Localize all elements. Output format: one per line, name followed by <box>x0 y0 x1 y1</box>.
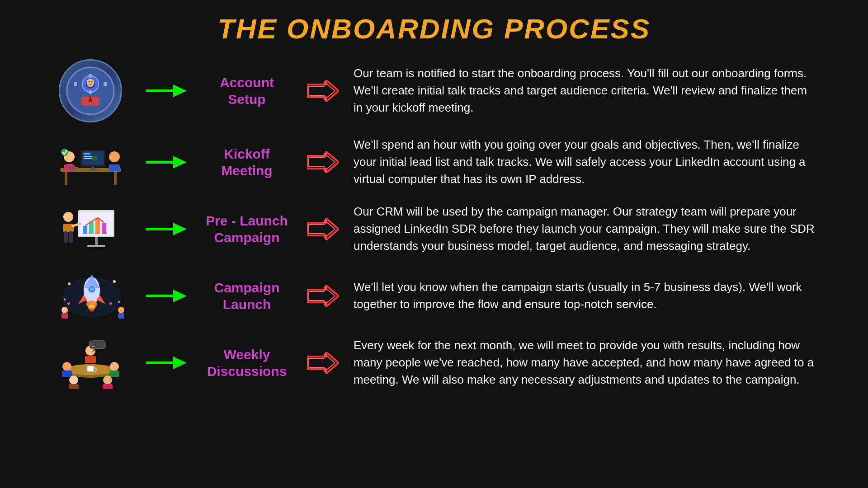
svg-point-12 <box>91 81 93 83</box>
svg-rect-18 <box>65 172 67 185</box>
svg-marker-35 <box>173 156 187 169</box>
red-arrow-icon-3 <box>307 218 339 240</box>
svg-point-83 <box>62 362 71 371</box>
svg-rect-88 <box>69 384 79 389</box>
svg-rect-70 <box>61 313 68 319</box>
green-arrow-icon-5 <box>146 353 187 373</box>
svg-rect-41 <box>89 221 94 234</box>
svg-rect-50 <box>87 245 105 247</box>
svg-point-71 <box>118 307 124 313</box>
svg-point-31 <box>109 151 120 162</box>
red-arrow-3 <box>300 218 345 240</box>
svg-point-44 <box>63 212 73 222</box>
icon-account-setup <box>59 59 122 122</box>
svg-rect-48 <box>69 231 73 243</box>
icon-pre-launch <box>56 202 126 256</box>
campaign-launch-illustration: ♥ ♥ <box>56 270 126 322</box>
svg-rect-84 <box>62 371 72 377</box>
red-arrow-icon-5 <box>307 352 339 374</box>
step-label-account-setup: Account Setup <box>202 74 292 108</box>
svg-rect-82 <box>85 356 96 363</box>
svg-rect-32 <box>109 164 120 171</box>
svg-marker-96 <box>173 357 187 369</box>
svg-text:♥: ♥ <box>109 300 112 307</box>
svg-marker-52 <box>173 223 187 235</box>
step-label-kickoff-meeting: Kickoff Meeting <box>202 145 292 179</box>
svg-point-64 <box>90 308 94 312</box>
svg-rect-27 <box>88 169 98 171</box>
weekly-discussions-illustration: ... <box>56 337 126 389</box>
icon-area-account-setup <box>50 59 131 122</box>
red-arrow-4 <box>300 285 345 307</box>
svg-rect-3 <box>89 74 92 78</box>
green-arrow-4 <box>139 286 193 306</box>
svg-rect-86 <box>109 371 119 377</box>
red-arrow-icon-4 <box>307 285 339 307</box>
svg-marker-15 <box>307 80 339 102</box>
svg-rect-19 <box>114 172 117 185</box>
description-pre-launch: Our CRM will be used by the campaign man… <box>354 203 818 254</box>
process-row-kickoff-meeting: Kickoff Meeting We'll spend an hour with… <box>50 129 818 196</box>
red-arrow-2 <box>300 151 345 173</box>
process-list: Account Setup Our team is notified to st… <box>50 53 818 396</box>
svg-point-68 <box>118 301 120 303</box>
svg-marker-53 <box>307 218 339 240</box>
description-account-setup: Our team is notified to start the onboar… <box>354 65 818 116</box>
svg-point-67 <box>64 299 66 300</box>
green-arrow-icon-2 <box>146 152 187 172</box>
pre-launch-illustration <box>56 203 126 255</box>
svg-point-69 <box>61 307 68 313</box>
svg-marker-76 <box>173 290 187 302</box>
svg-rect-72 <box>118 313 124 319</box>
account-setup-illustration <box>66 66 115 116</box>
green-arrow-1 <box>139 81 193 101</box>
step-label-campaign-launch: Campaign Launch <box>202 279 292 313</box>
svg-rect-4 <box>89 90 92 94</box>
svg-rect-23 <box>84 156 93 157</box>
step-label-pre-launch: Pre - Launch Campaign <box>202 212 292 246</box>
red-arrow-1 <box>300 80 345 102</box>
icon-kickoff-meeting <box>56 135 126 189</box>
svg-marker-14 <box>173 84 187 97</box>
red-arrow-icon-1 <box>307 80 339 102</box>
description-kickoff-meeting: We'll spend an hour with you going over … <box>354 136 818 188</box>
svg-marker-97 <box>307 352 339 374</box>
svg-point-65 <box>68 282 71 285</box>
svg-text:♥: ♥ <box>67 300 70 307</box>
icon-area-campaign-launch: ♥ ♥ <box>50 269 131 323</box>
svg-point-66 <box>113 280 116 283</box>
svg-rect-25 <box>92 156 97 160</box>
kickoff-meeting-illustration <box>56 136 126 188</box>
green-arrow-3 <box>139 219 193 239</box>
svg-point-89 <box>103 375 112 385</box>
svg-marker-36 <box>307 151 339 173</box>
process-row-weekly-discussions: ... Weekly Discussions Every week for th… <box>50 329 818 396</box>
svg-rect-90 <box>103 384 113 389</box>
green-arrow-2 <box>139 152 193 172</box>
description-campaign-launch: We'll let you know when the campaign sta… <box>354 279 818 313</box>
svg-rect-22 <box>84 153 90 155</box>
svg-rect-45 <box>63 224 74 232</box>
green-arrow-icon-1 <box>146 81 187 101</box>
icon-area-weekly-discussions: ... <box>50 336 131 390</box>
svg-rect-47 <box>64 231 68 243</box>
icon-campaign-launch: ♥ ♥ <box>56 269 126 323</box>
svg-rect-5 <box>74 82 77 86</box>
icon-weekly-discussions: ... <box>56 336 126 390</box>
process-row-account-setup: Account Setup Our team is notified to st… <box>50 53 818 129</box>
svg-rect-33 <box>67 167 78 169</box>
svg-point-10 <box>87 79 94 86</box>
icon-area-pre-launch <box>50 202 131 256</box>
svg-rect-40 <box>83 226 87 234</box>
green-arrow-5 <box>139 353 193 373</box>
svg-rect-24 <box>84 158 92 159</box>
step-label-weekly-discussions: Weekly Discussions <box>202 346 292 380</box>
svg-rect-43 <box>102 223 106 234</box>
page-title: THE ONBOARDING PROCESS <box>217 0 651 53</box>
red-arrow-icon-2 <box>307 151 339 173</box>
icon-area-kickoff-meeting <box>50 135 131 189</box>
svg-marker-77 <box>307 285 339 307</box>
svg-point-87 <box>69 375 78 385</box>
svg-rect-42 <box>95 218 100 234</box>
svg-rect-94 <box>87 366 94 371</box>
